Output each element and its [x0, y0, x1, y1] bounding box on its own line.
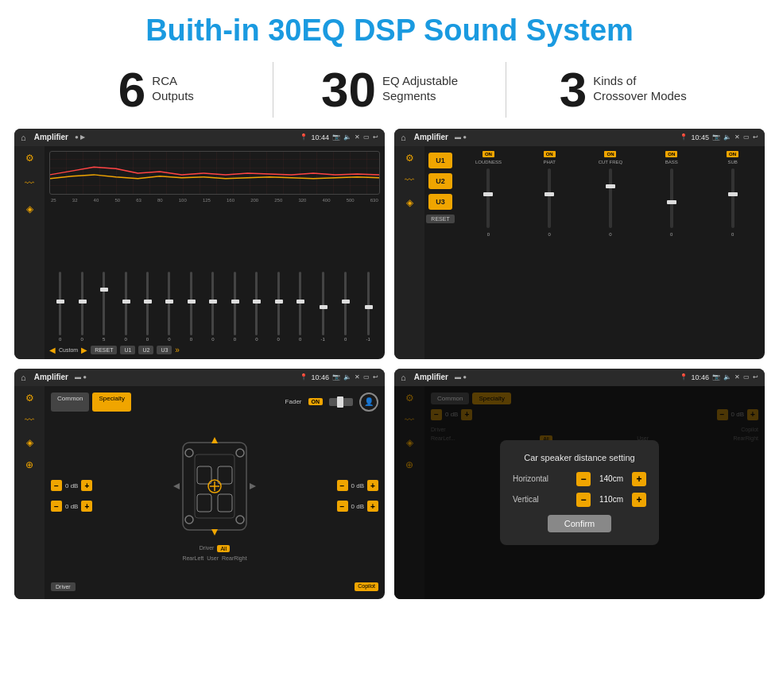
slider-track-9[interactable] [255, 272, 258, 335]
slider-track-10[interactable] [277, 272, 280, 335]
zone-all[interactable]: All [217, 545, 230, 552]
slider-thumb-11[interactable] [296, 300, 304, 304]
sub-thumb[interactable] [728, 192, 738, 196]
slider-track-8[interactable] [234, 272, 236, 335]
home-icon-3[interactable]: ⌂ [21, 373, 26, 382]
phat-on[interactable]: ON [544, 151, 556, 157]
u3-preset-btn[interactable]: U3 [428, 194, 452, 210]
db-plus-tr[interactable]: + [367, 480, 378, 491]
close-icon-2[interactable]: ✕ [734, 133, 740, 141]
db-plus-br[interactable]: + [367, 501, 378, 512]
eq-next-btn[interactable]: ▶ [81, 346, 87, 354]
slider-thumb-9[interactable] [253, 300, 261, 304]
db-minus-br[interactable]: − [337, 501, 348, 512]
slider-track-6[interactable] [190, 272, 192, 335]
eq-prev-btn[interactable]: ◀ [49, 346, 56, 354]
back-icon-2[interactable]: ↩ [753, 133, 758, 141]
slider-thumb-1[interactable] [79, 300, 87, 304]
bass-slider[interactable] [670, 168, 673, 228]
slider-track-5[interactable] [168, 272, 170, 335]
loudness-thumb[interactable] [483, 192, 493, 196]
back-icon-3[interactable]: ↩ [373, 373, 378, 381]
fader-wave-icon[interactable]: 〰 [25, 415, 34, 426]
eq-reset-btn[interactable]: RESET [91, 346, 117, 354]
db-plus-tl[interactable]: + [81, 480, 92, 491]
cutfreq-slider[interactable] [609, 168, 612, 228]
close-icon-4[interactable]: ✕ [734, 373, 740, 381]
db-minus-tl[interactable]: − [51, 480, 62, 491]
phat-slider[interactable] [548, 168, 551, 228]
slider-thumb-6[interactable] [188, 300, 196, 304]
volume-ctrl-icon[interactable]: ◈ [26, 203, 33, 215]
cutfreq-thumb[interactable] [606, 184, 615, 188]
slider-thumb-5[interactable] [165, 300, 173, 304]
zone-rear-left[interactable]: RearLeft [182, 555, 203, 561]
loudness-on[interactable]: ON [483, 151, 494, 157]
user-icon[interactable]: 👤 [359, 393, 378, 412]
slider-track-2[interactable] [103, 272, 105, 335]
slider-thumb-3[interactable] [122, 300, 130, 304]
u2-preset-btn[interactable]: U2 [428, 173, 452, 189]
slider-thumb-0[interactable] [56, 300, 64, 304]
slider-track-13[interactable] [344, 272, 347, 335]
zone-driver[interactable]: Driver [200, 545, 215, 552]
zone-user[interactable]: User [207, 555, 219, 561]
btn-driver[interactable]: Driver [51, 582, 76, 591]
cutfreq-on[interactable]: ON [604, 151, 616, 157]
db-minus-bl[interactable]: − [51, 501, 62, 512]
zone-rear-right[interactable]: RearRight [222, 555, 247, 561]
home-icon-2[interactable]: ⌂ [401, 133, 406, 142]
eq-icon[interactable]: ⚙ [25, 153, 34, 164]
u1-preset-btn[interactable]: U1 [428, 153, 452, 168]
fader-balance-icon[interactable]: ⊕ [25, 459, 33, 470]
slider-track-4[interactable] [146, 272, 149, 335]
eq-more-btn[interactable]: » [175, 346, 180, 354]
close-icon-1[interactable]: ✕ [355, 133, 360, 141]
fader-on-badge[interactable]: ON [308, 398, 324, 405]
dialog-horizontal-minus[interactable]: − [576, 472, 591, 486]
slider-track-1[interactable] [81, 272, 83, 335]
eq-u1-btn[interactable]: U1 [120, 346, 135, 354]
dialog-vertical-minus[interactable]: − [576, 493, 591, 507]
loudness-slider[interactable] [486, 168, 490, 228]
db-plus-bl[interactable]: + [81, 501, 92, 512]
sub-slider[interactable] [731, 168, 734, 228]
eq-u2-btn[interactable]: U2 [138, 346, 153, 354]
eq-u3-btn[interactable]: U3 [157, 346, 172, 354]
phat-thumb[interactable] [545, 192, 554, 196]
slider-track-11[interactable] [299, 272, 301, 335]
fader-vol-icon[interactable]: ◈ [26, 437, 33, 448]
slider-thumb-2[interactable] [100, 288, 108, 292]
fader-eq-icon[interactable]: ⚙ [25, 393, 34, 404]
slider-thumb-12[interactable] [320, 305, 327, 309]
mixer-vol-icon[interactable]: ◈ [406, 197, 413, 208]
back-icon-4[interactable]: ↩ [753, 373, 758, 381]
slider-thumb-4[interactable] [144, 300, 152, 304]
back-icon-1[interactable]: ↩ [373, 133, 378, 141]
dialog-horizontal-plus[interactable]: + [632, 472, 646, 486]
mixer-reset-btn[interactable]: RESET [426, 215, 454, 223]
slider-track-7[interactable] [211, 272, 214, 335]
home-icon-4[interactable]: ⌂ [401, 373, 406, 382]
close-icon-3[interactable]: ✕ [355, 373, 360, 381]
slider-track-14[interactable] [367, 272, 370, 335]
slider-thumb-7[interactable] [209, 300, 217, 304]
dialog-vertical-plus[interactable]: + [632, 493, 646, 507]
slider-thumb-13[interactable] [342, 300, 350, 304]
bass-on[interactable]: ON [665, 151, 677, 157]
slider-track-0[interactable] [59, 272, 61, 335]
tab-specialty-3[interactable]: Specialty [92, 393, 130, 412]
slider-thumb-10[interactable] [275, 300, 283, 304]
slider-track-12[interactable] [322, 272, 324, 335]
slider-track-3[interactable] [125, 272, 127, 335]
btn-copilot[interactable]: Copilot [355, 582, 378, 591]
tab-common-3[interactable]: Common [51, 393, 89, 412]
mixer-eq-icon[interactable]: ⚙ [405, 153, 414, 164]
sub-on[interactable]: ON [727, 151, 738, 157]
home-icon-1[interactable]: ⌂ [21, 133, 26, 142]
slider-thumb-14[interactable] [365, 305, 373, 309]
bass-thumb[interactable] [667, 200, 676, 204]
wave-icon[interactable]: 〰 [25, 178, 34, 189]
slider-thumb-8[interactable] [231, 300, 239, 304]
dialog-confirm-button[interactable]: Confirm [548, 515, 611, 532]
